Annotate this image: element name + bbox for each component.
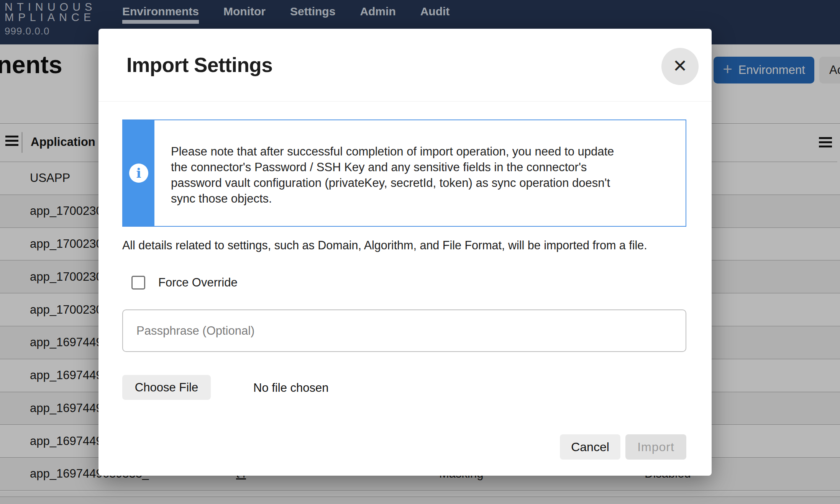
force-override-checkbox[interactable] [131,276,145,290]
force-override-row: Force Override [131,276,238,290]
no-file-chosen-text: No file chosen [253,381,328,395]
import-settings-dialog: Import Settings ✕ i Please note that aft… [98,29,712,476]
cancel-button[interactable]: Cancel [560,434,620,460]
force-override-label: Force Override [158,276,238,290]
import-label: Import [637,440,674,454]
screen: NTINUOUS MPLIANCE 999.0.0.0 Environments… [0,0,840,504]
dialog-title: Import Settings [126,53,272,77]
info-line: sync those objects. [171,191,614,206]
close-button[interactable]: ✕ [661,48,699,85]
info-alert: i Please note that after successful comp… [122,119,686,227]
choose-file-button[interactable]: Choose File [122,375,211,400]
info-line: Please note that after successful comple… [171,144,614,159]
info-line: the connector's Password / SSH Key and a… [171,159,614,175]
info-line: password vault configuration (privateKey… [171,175,614,191]
choose-file-label: Choose File [135,381,198,394]
cancel-label: Cancel [571,440,609,454]
info-icon: i [129,164,148,183]
dialog-header: Import Settings [98,29,712,101]
passphrase-input[interactable] [122,309,686,352]
import-description: All details related to settings, such as… [122,239,647,252]
info-alert-text: Please note that after successful comple… [154,120,637,226]
import-button-disabled[interactable]: Import [625,434,686,460]
info-alert-accent-bar: i [123,120,154,226]
info-icon-glyph: i [136,167,141,180]
close-icon: ✕ [673,57,687,75]
